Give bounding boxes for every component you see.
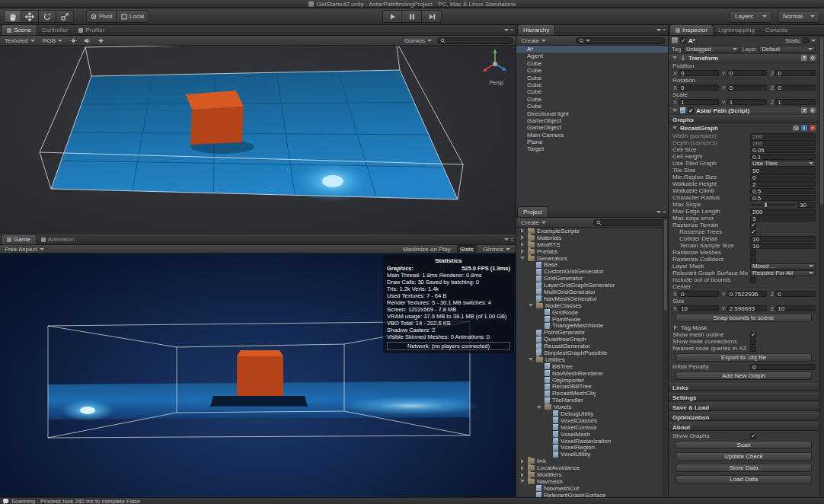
tab-inspector[interactable]: Inspector (670, 25, 713, 35)
project-file-gridnode[interactable]: GridNode (516, 309, 663, 316)
gameobject-name[interactable]: A* (688, 37, 695, 44)
help-icon[interactable]: ? (801, 55, 807, 61)
hierarchy-item-cube[interactable]: Cube (516, 67, 668, 74)
recast-graph-header[interactable]: RecastGraph i × (669, 123, 819, 132)
foldout-arrow-icon[interactable] (672, 125, 678, 131)
project-file-customgridgenerator[interactable]: CustomGridGenerator (516, 268, 663, 275)
field-min-region-size[interactable]: 0 (750, 174, 816, 180)
project-file-multigridgenerator[interactable]: MultiGridGenerator (516, 289, 663, 295)
project-file-quadtreegraph[interactable]: QuadtreeGraph (516, 336, 663, 343)
foldout-arrow-icon[interactable] (528, 356, 534, 362)
local-toggle-button[interactable]: Local (117, 10, 149, 23)
foldout-arrow-icon[interactable] (519, 234, 525, 241)
project-file-layergridgraphgenerator[interactable]: LayerGridGraphGenerator (516, 282, 663, 289)
tab-controller[interactable]: Controller (37, 25, 74, 35)
hierarchy-item-cube[interactable]: Cube (516, 103, 668, 110)
project-file-recastbbtree[interactable]: RecastBBTree (516, 383, 663, 390)
hierarchy-search-input[interactable] (576, 37, 666, 44)
button-export-to-obj-file[interactable]: Export to .obj file (675, 353, 812, 362)
scrollbar-thumb[interactable] (664, 219, 667, 311)
scale-z-field[interactable]: 1 (775, 99, 816, 105)
size-z-field[interactable]: 10 (775, 305, 816, 311)
project-file-voxelregion[interactable]: VoxelRegion (516, 445, 663, 451)
foldout-arrow-icon[interactable] (519, 241, 525, 247)
active-checkbox[interactable] (680, 37, 686, 43)
maximize-on-play-button[interactable]: Maximize on Play (400, 245, 454, 254)
hierarchy-create-dropdown[interactable]: Create (519, 37, 548, 45)
move-tool-button[interactable] (21, 10, 39, 23)
project-file-base[interactable]: Base (516, 261, 663, 268)
tab-project[interactable]: Project (518, 207, 548, 217)
project-file-objimporter[interactable]: ObjImporter (516, 377, 663, 384)
project-folder-minirts[interactable]: MiniRTS (516, 241, 663, 248)
status-bar[interactable]: Scanning - Process took 240 ms to comple… (0, 497, 824, 504)
project-file-bbtree[interactable]: BBTree (516, 363, 663, 370)
project-folder-generators[interactable]: Generators (516, 255, 663, 262)
dropdown-relevant-graph-surface-mode[interactable]: Require For All (750, 270, 816, 276)
stats-button[interactable]: Stats (457, 245, 477, 254)
field-character-radius[interactable]: 0.5 (750, 195, 816, 201)
hierarchy-item-a[interactable]: A* (516, 46, 668, 53)
shading-mode-dropdown[interactable]: Textured (2, 37, 37, 45)
tab-console[interactable]: Console (760, 25, 793, 35)
project-search-input[interactable] (593, 219, 666, 226)
project-file-trianglemeshnode[interactable]: TriangleMeshNode (516, 322, 663, 329)
project-file-voxelrasterization[interactable]: VoxelRasterization (516, 438, 663, 445)
project-file-tilehandler[interactable]: TileHandler (516, 397, 663, 404)
foldout-arrow-icon[interactable] (672, 55, 678, 61)
project-file-recastmeshobj[interactable]: RecastMeshObj (516, 390, 663, 397)
rotation-y-field[interactable]: 0 (727, 85, 768, 91)
project-file-gridgenerator[interactable]: GridGenerator (516, 275, 663, 282)
panel-menu-icon[interactable]: ≡ (656, 27, 666, 33)
section-bar-about[interactable]: About (669, 423, 819, 431)
center-y-field[interactable]: 0.7522936 (727, 291, 768, 297)
checkbox-rasterize-meshes[interactable] (750, 250, 756, 256)
audio-toggle-button[interactable] (81, 37, 92, 45)
position-x-field[interactable]: 0 (679, 70, 719, 76)
gear-icon[interactable] (810, 107, 816, 113)
checkbox-nearest-node-queries-in-xz-sp[interactable] (750, 346, 756, 352)
section-bar-settings[interactable]: Settings (669, 393, 819, 401)
gear-icon[interactable] (810, 55, 816, 61)
project-folder-voxels[interactable]: Voxels (516, 404, 663, 410)
field-cell-size[interactable]: 0.05 (750, 147, 816, 153)
rotation-z-field[interactable]: 0 (775, 85, 816, 91)
game-gizmos-dropdown[interactable]: Gizmos (480, 245, 513, 254)
hierarchy-item-cube[interactable]: Cube (516, 60, 668, 67)
project-folder-nodeclasses[interactable]: NodeClasses (516, 302, 663, 309)
help-icon[interactable]: ? (801, 107, 807, 113)
persp-label[interactable]: Persp (490, 80, 503, 85)
center-x-field[interactable]: 0 (679, 291, 719, 297)
tab-scene[interactable]: Scene (2, 25, 37, 35)
eye-icon[interactable] (793, 125, 799, 131)
field-walkable-climb[interactable]: 0.5 (750, 188, 816, 194)
pivot-toggle-button[interactable]: Pivot (86, 10, 117, 23)
hierarchy-item-cube[interactable]: Cube (516, 81, 668, 88)
panel-menu-icon[interactable]: ≡ (504, 27, 513, 33)
hand-tool-button[interactable] (4, 10, 21, 23)
foldout-arrow-icon[interactable] (519, 472, 525, 478)
tab-game[interactable]: Game (2, 234, 36, 244)
project-file-relevantgraphsurface[interactable]: RelevantGraphSurface (516, 492, 663, 497)
project-file-pointnode[interactable]: PointNode (516, 316, 663, 323)
panel-menu-icon[interactable]: ≡ (504, 237, 513, 242)
field-terrain-sample-size[interactable]: 10 (750, 243, 816, 249)
play-button[interactable] (382, 10, 402, 23)
position-z-field[interactable]: 0 (775, 70, 816, 76)
layout-dropdown[interactable]: Normal (778, 11, 820, 23)
hierarchy-item-cube[interactable]: Cube (516, 88, 668, 95)
game-viewport[interactable]: Statistics Graphics: 525.0 FPS (1.9ms) M… (0, 254, 516, 497)
field-initial-penalty[interactable]: 0 (750, 364, 816, 370)
field-cell-height[interactable]: 0.1 (750, 154, 816, 160)
hierarchy-item-directional-light[interactable]: Directional light (516, 110, 668, 117)
foldout-arrow-icon[interactable] (519, 255, 525, 261)
project-folder-navmesh[interactable]: Navmesh (516, 478, 663, 485)
hierarchy-item-main-camera[interactable]: Main Camera (516, 132, 668, 139)
foldout-arrow-icon[interactable] (672, 107, 678, 113)
tab-animation[interactable]: Animation (36, 234, 81, 244)
checkbox-show-mesh-outline[interactable] (750, 332, 756, 338)
field-collider-detail[interactable]: 10 (750, 236, 816, 242)
hierarchy-item-gameobject[interactable]: GameObject (516, 124, 668, 131)
foldout-arrow-icon[interactable] (519, 458, 525, 464)
checkbox-include-out-of-bounds[interactable] (750, 277, 756, 283)
